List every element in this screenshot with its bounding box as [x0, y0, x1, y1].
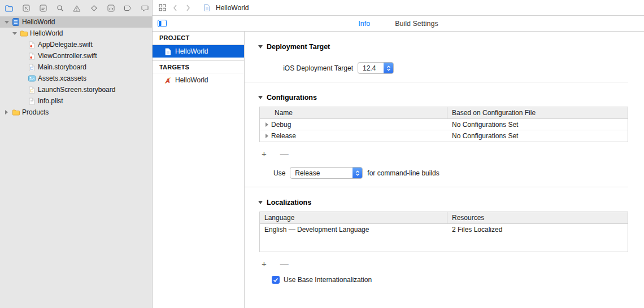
project-item-helloworld[interactable]: HelloWorld [153, 45, 244, 58]
symbol-navigator-icon[interactable] [39, 5, 47, 12]
section-disclosure-icon[interactable] [258, 201, 263, 204]
base-internationalization-label: Use Base Internationalization [284, 276, 372, 284]
target-item-helloworld[interactable]: A HelloWorld [153, 74, 244, 86]
table-header-row: Language Resources [260, 212, 628, 224]
section-title: Localizations [267, 199, 311, 206]
section-disclosure-icon[interactable] [258, 45, 263, 49]
tree-item-label: HelloWorld [30, 29, 63, 37]
find-navigator-icon[interactable] [56, 5, 64, 12]
command-line-config-popup[interactable]: Release [290, 167, 363, 179]
use-label: Use [273, 169, 285, 177]
section-title: Deployment Target [267, 43, 330, 51]
add-configuration-button[interactable]: + [262, 149, 267, 158]
targets-section-header: TARGETS [153, 60, 244, 73]
configurations-section-header[interactable]: Configurations [258, 94, 628, 102]
storyboard-icon [28, 86, 36, 94]
tree-item-label: Main.storyboard [38, 63, 86, 71]
tab-build-settings[interactable]: Build Settings [395, 20, 438, 28]
tree-item-file[interactable]: Assets.xcassets [0, 73, 152, 84]
jump-bar: HelloWorld [153, 0, 644, 16]
tree-item-file[interactable]: Main.storyboard [0, 61, 152, 73]
tree-item-products[interactable]: Products [0, 107, 152, 118]
section-separator [245, 82, 628, 82]
issue-navigator-icon[interactable] [73, 5, 81, 12]
row-disclosure-icon[interactable] [266, 134, 268, 138]
back-chevron-icon[interactable] [171, 4, 179, 12]
config-based-on: No Configurations Set [447, 121, 518, 129]
project-targets-pane: PROJECT HelloWorld TARGETS A HelloWorld [153, 32, 245, 308]
tree-item-label: Info.plist [38, 97, 63, 105]
toggle-project-pane-icon[interactable] [158, 20, 167, 29]
tree-item-label: Products [22, 108, 49, 116]
table-row-release[interactable]: Release No Configurations Set [260, 130, 628, 142]
localizations-add-remove: + — [262, 259, 628, 268]
navigator-sidebar: HelloWorld HelloWorld AppDelegate.swift … [0, 0, 153, 308]
table-row-english[interactable]: English — Development Language 2 Files L… [260, 224, 628, 235]
disclosure-triangle[interactable] [11, 32, 18, 35]
deployment-target-section-header[interactable]: Deployment Target [258, 43, 628, 51]
localizations-section-header[interactable]: Localizations [258, 199, 628, 206]
config-based-on: No Configurations Set [447, 132, 518, 140]
ios-deployment-target-row: iOS Deployment Target 12.4 [259, 62, 628, 74]
popup-value: Release [290, 168, 353, 178]
config-name: Release [271, 132, 296, 140]
tree-item-project-root[interactable]: HelloWorld [0, 16, 152, 28]
localization-language: English — Development Language [260, 226, 447, 234]
add-localization-button[interactable]: + [262, 259, 267, 268]
test-navigator-icon[interactable] [90, 5, 98, 12]
table-row-debug[interactable]: Debug No Configurations Set [260, 119, 628, 130]
base-internationalization-checkbox[interactable] [272, 276, 280, 284]
xcodeproj-icon [12, 18, 20, 26]
editor-tab-bar: Info Build Settings [153, 16, 644, 32]
localizations-table: Language Resources English — Development… [259, 212, 628, 252]
tree-item-label: LaunchScreen.storyboard [38, 86, 115, 94]
tree-item-file[interactable]: ViewController.swift [0, 50, 152, 61]
disclosure-triangle[interactable] [3, 21, 10, 24]
table-header-row: Name Based on Configuration File [260, 107, 628, 119]
xcode-window: HelloWorld HelloWorld AppDelegate.swift … [0, 0, 644, 308]
debug-navigator-icon[interactable] [107, 5, 115, 12]
navigator-toolbar [0, 0, 152, 16]
project-info-content: Deployment Target iOS Deployment Target … [245, 32, 644, 308]
swift-file-icon [28, 52, 36, 60]
base-internationalization-row: Use Base Internationalization [272, 276, 628, 284]
jump-bar-title[interactable]: HelloWorld [216, 4, 249, 12]
tree-item-file[interactable]: LaunchScreen.storyboard [0, 84, 152, 95]
tree-item-file[interactable]: Info.plist [0, 95, 152, 107]
tree-item-file[interactable]: AppDelegate.swift [0, 39, 152, 50]
tree-item-group[interactable]: HelloWorld [0, 28, 152, 39]
project-navigator-icon[interactable] [5, 5, 13, 12]
folder-icon [20, 29, 28, 37]
localization-resources: 2 Files Localized [447, 226, 502, 234]
source-control-navigator-icon[interactable] [22, 5, 30, 12]
tree-item-label: HelloWorld [22, 18, 55, 26]
project-doc-icon [203, 4, 211, 12]
swift-file-icon [28, 41, 36, 49]
forward-chevron-icon[interactable] [184, 4, 192, 12]
storyboard-icon [28, 63, 36, 71]
breakpoint-navigator-icon[interactable] [124, 5, 132, 12]
report-navigator-icon[interactable] [141, 5, 149, 12]
tree-item-label: ViewController.swift [38, 52, 97, 60]
tab-info[interactable]: Info [358, 20, 370, 28]
section-separator [245, 187, 628, 187]
config-name: Debug [271, 121, 291, 129]
app-target-icon: A [164, 76, 172, 84]
svg-text:A: A [165, 77, 170, 84]
remove-localization-button[interactable]: — [280, 259, 289, 268]
popup-chevrons-icon [353, 168, 362, 178]
remove-configuration-button[interactable]: — [280, 149, 289, 158]
plist-icon [28, 97, 36, 105]
related-items-icon[interactable] [158, 4, 166, 12]
asset-catalog-icon [28, 74, 36, 82]
column-header-based-on: Based on Configuration File [447, 107, 536, 118]
popup-chevrons-icon [384, 63, 393, 73]
column-header-name: Name [260, 107, 447, 118]
ios-deployment-target-popup[interactable]: 12.4 [358, 62, 394, 74]
project-doc-icon [164, 47, 172, 55]
disclosure-triangle[interactable] [3, 110, 10, 115]
tree-item-label: AppDelegate.swift [38, 41, 93, 49]
row-disclosure-icon[interactable] [266, 122, 268, 127]
configurations-table: Name Based on Configuration File Debug N… [259, 107, 628, 142]
section-disclosure-icon[interactable] [258, 96, 263, 99]
